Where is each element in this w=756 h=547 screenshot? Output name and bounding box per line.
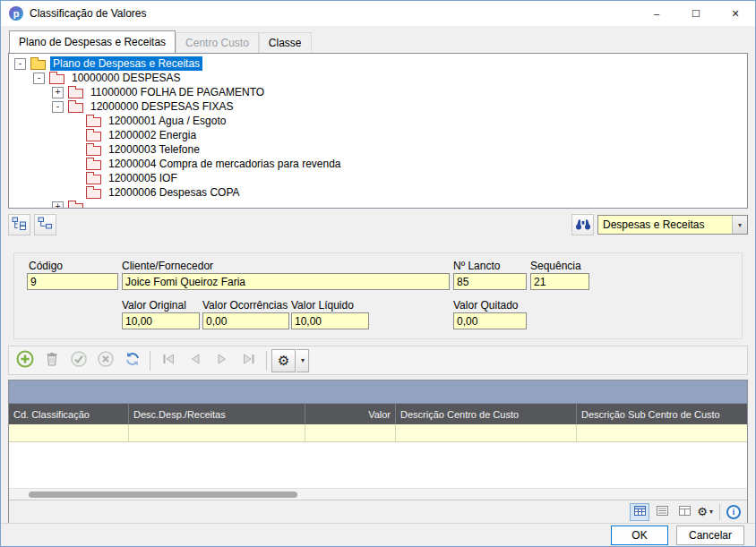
collapse-expander-icon[interactable]: - (14, 58, 26, 70)
collapse-all-button[interactable] (34, 214, 56, 235)
tree-item[interactable]: + (9, 200, 747, 209)
chevron-down-icon[interactable]: ▾ (732, 216, 747, 234)
expand-all-button[interactable] (8, 214, 30, 235)
last-record-icon (240, 350, 258, 371)
table-cell[interactable] (305, 424, 396, 441)
settings-dropdown-button[interactable]: ▾ (296, 349, 309, 372)
tree-item[interactable]: 12000002 Energia (9, 128, 747, 142)
valor-liquido-input[interactable] (291, 312, 369, 329)
column-header-cd-classificacao[interactable]: Cd. Classificação (9, 404, 129, 424)
app-icon: p (9, 6, 23, 21)
cancel-edit-button[interactable] (92, 348, 118, 372)
tree-item-label[interactable]: Plano de Despesas e Receitas (50, 56, 202, 71)
cliente-fornecedor-input[interactable] (122, 273, 450, 290)
first-record-button[interactable] (155, 348, 181, 372)
table-cell[interactable] (577, 424, 747, 441)
scrollbar-thumb[interactable] (29, 491, 297, 498)
list-view-button[interactable] (652, 503, 672, 521)
expand-expander-icon[interactable]: + (52, 87, 64, 98)
grid-settings-button[interactable]: ⚙ ▾ (697, 506, 713, 517)
cancel-button[interactable]: Cancelar (676, 526, 744, 545)
tree-item[interactable]: - 10000000 DESPESAS (9, 71, 747, 85)
codigo-input[interactable] (27, 273, 118, 290)
tree-item[interactable]: - 12000000 DESPESAS FIXAS (9, 99, 747, 114)
table-cell[interactable] (129, 424, 305, 441)
table-cell[interactable] (396, 424, 577, 441)
tree-item[interactable]: 12000006 Despesas COPA (9, 185, 747, 200)
folder-icon (49, 74, 64, 84)
collapse-expander-icon[interactable]: - (52, 101, 64, 113)
sequencia-label: Sequência (530, 260, 581, 272)
info-icon[interactable]: i (726, 505, 741, 519)
maximize-button[interactable]: ☐ (676, 1, 716, 26)
valor-original-input[interactable] (122, 312, 200, 329)
table-row[interactable] (9, 424, 747, 442)
toolbar-separator (150, 351, 150, 371)
check-circle-icon (70, 350, 88, 371)
folder-icon (86, 132, 101, 141)
horizontal-scrollbar[interactable] (9, 488, 747, 500)
tree-item[interactable]: 12000004 Compra de mercadorias para reve… (9, 157, 747, 171)
add-button[interactable] (12, 348, 38, 372)
delete-button[interactable] (39, 348, 64, 372)
record-toolbar: ⚙ ▾ (8, 346, 748, 375)
tree-item[interactable]: 12000001 Agua / Esgoto (9, 114, 747, 128)
last-record-button[interactable] (236, 348, 262, 372)
search-button[interactable] (571, 214, 594, 235)
x-circle-icon (97, 350, 115, 371)
card-view-button[interactable] (674, 503, 694, 521)
tab-bar: Plano de Despesas e Receitas Centro Cust… (9, 30, 312, 53)
refresh-button[interactable] (119, 348, 145, 372)
tree-item[interactable]: + 11000000 FOLHA DE PAGAMENTO (9, 85, 747, 99)
table-cell[interactable] (9, 424, 129, 441)
plan-type-combobox[interactable]: Despesas e Receitas ▾ (597, 215, 748, 235)
plus-circle-icon (15, 349, 35, 372)
close-button[interactable]: ✕ (716, 1, 755, 26)
list-view-icon (657, 505, 668, 518)
grid-empty-area (9, 442, 747, 488)
tree-item-label[interactable]: 12000002 Energia (106, 128, 199, 142)
next-record-button[interactable] (209, 348, 235, 372)
tree-toolbar: Despesas e Receitas ▾ (8, 213, 748, 236)
column-header-descricao-sub-centro-de-custo[interactable]: Descrição Sub Centro de Custo (577, 404, 747, 424)
expand-expander-icon[interactable]: + (52, 201, 64, 209)
valor-ocorrencias-input[interactable] (202, 312, 289, 329)
codigo-label: Código (29, 260, 63, 272)
classification-grid: Cd. Classificação Desc.Desp./Receitas Va… (8, 380, 748, 524)
tree-item-label[interactable]: 11000000 FOLHA DE PAGAMENTO (88, 85, 267, 99)
folder-icon (86, 146, 101, 156)
tree-item[interactable]: 12000003 Telefone (9, 142, 747, 157)
confirm-button[interactable] (65, 348, 91, 372)
previous-record-button[interactable] (182, 348, 208, 372)
tree-item-label[interactable]: 12000004 Compra de mercadorias para reve… (106, 157, 344, 171)
column-header-desc-desp-receitas[interactable]: Desc.Desp./Receitas (129, 404, 305, 424)
tree-item-label[interactable]: 12000006 Despesas COPA (106, 185, 243, 200)
folder-icon (86, 189, 101, 199)
previous-record-icon (186, 350, 204, 371)
tab-classe[interactable]: Classe (259, 32, 312, 53)
column-header-valor[interactable]: Valor (305, 404, 396, 424)
grid-view-icon (634, 505, 646, 518)
valor-quitado-input[interactable] (453, 312, 527, 329)
tab-plano-de-despesas-e-receitas[interactable]: Plano de Despesas e Receitas (9, 30, 176, 53)
tree-item[interactable]: 12000005 IOF (9, 171, 747, 185)
tree-item-label[interactable] (88, 206, 93, 208)
tree-item-label[interactable]: 12000000 DESPESAS FIXAS (88, 99, 236, 114)
grid-view-button[interactable] (630, 503, 649, 521)
settings-button[interactable]: ⚙ (271, 349, 296, 372)
expand-tree-icon (12, 217, 27, 233)
column-header-descricao-centro-de-custo[interactable]: Descrição Centro de Custo (396, 404, 577, 424)
tree-item-label[interactable]: 12000001 Agua / Esgoto (106, 114, 228, 128)
tree-item-label[interactable]: 12000005 IOF (106, 171, 180, 185)
n-lancto-input[interactable] (453, 273, 527, 290)
refresh-icon (124, 350, 142, 371)
tree-item[interactable]: - Plano de Despesas e Receitas (9, 56, 747, 71)
sequencia-input[interactable] (530, 273, 589, 290)
toolbar-separator (266, 351, 267, 371)
tree-item-label[interactable]: 10000000 DESPESAS (69, 71, 183, 85)
tree-item-label[interactable]: 12000003 Telefone (106, 142, 202, 157)
ok-button[interactable]: OK (611, 526, 668, 545)
collapse-expander-icon[interactable]: - (33, 73, 45, 84)
tab-centro-custo[interactable]: Centro Custo (176, 32, 259, 53)
minimize-button[interactable]: – (637, 1, 676, 26)
